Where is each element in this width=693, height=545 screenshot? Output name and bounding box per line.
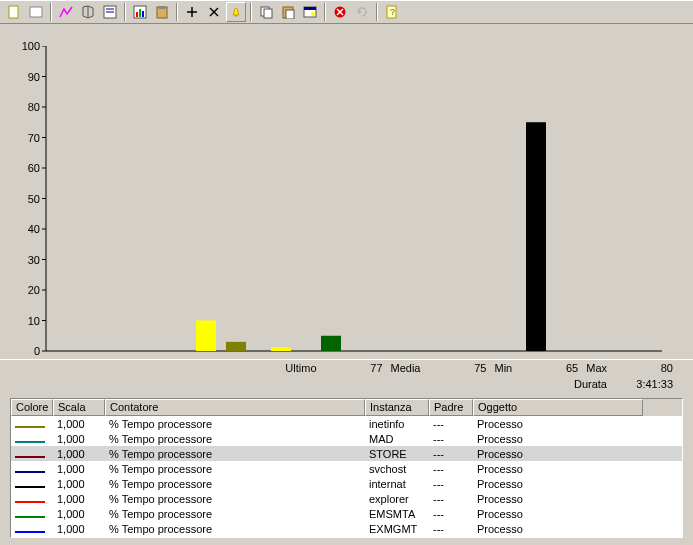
- cell-scala: 1,000: [53, 493, 105, 505]
- durata-row: Durata 3:41:33: [0, 376, 693, 392]
- table-header: Colore Scala Contatore Instanza Padre Og…: [11, 399, 682, 416]
- cell-contatore: % Tempo processore: [105, 448, 365, 460]
- chart: 0102030405060708090100: [0, 24, 693, 360]
- color-swatch: [15, 486, 45, 488]
- cell-contatore: % Tempo processore: [105, 508, 365, 520]
- ytick-label: 40: [18, 223, 40, 235]
- cell-padre: ---: [429, 523, 473, 535]
- table-row[interactable]: 1,000% Tempo processoreexplorer---Proces…: [11, 491, 682, 506]
- svg-rect-0: [9, 6, 18, 18]
- new-counter-btn[interactable]: [4, 2, 24, 22]
- th-contatore[interactable]: Contatore: [105, 399, 365, 416]
- toolbar: ?: [0, 0, 693, 24]
- table-row[interactable]: 1,000% Tempo processoreEMSMTA---Processo: [11, 506, 682, 521]
- cell-padre: ---: [429, 493, 473, 505]
- properties-btn[interactable]: [300, 2, 320, 22]
- table-row[interactable]: 1,000% Tempo processoreSTORE---Processo: [11, 446, 682, 461]
- chart-svg: [22, 46, 667, 362]
- cell-padre: ---: [429, 508, 473, 520]
- ytick-label: 10: [18, 315, 40, 327]
- cell-contatore: % Tempo processore: [105, 433, 365, 445]
- cell-instanza: inetinfo: [365, 418, 429, 430]
- th-scala[interactable]: Scala: [53, 399, 105, 416]
- table-row[interactable]: 1,000% Tempo processoreEXMGMT---Processo: [11, 521, 682, 536]
- color-swatch: [15, 516, 45, 518]
- svg-text:?: ?: [390, 7, 395, 17]
- cell-contatore: % Tempo processore: [105, 493, 365, 505]
- bar: [321, 336, 341, 351]
- svg-rect-8: [139, 9, 141, 17]
- paste-btn[interactable]: [278, 2, 298, 22]
- color-swatch: [15, 456, 45, 458]
- histogram-btn[interactable]: [78, 2, 98, 22]
- cell-instanza: internat: [365, 478, 429, 490]
- table-body[interactable]: 1,000% Tempo processoreinetinfo---Proces…: [11, 416, 682, 537]
- cell-instanza: EXMGMT: [365, 523, 429, 535]
- freeze-btn[interactable]: [330, 2, 350, 22]
- cell-scala: 1,000: [53, 478, 105, 490]
- bar: [226, 342, 246, 351]
- th-instanza[interactable]: Instanza: [365, 399, 429, 416]
- stat-ultimo-label: Ultimo: [285, 362, 316, 374]
- cell-padre: ---: [429, 478, 473, 490]
- cell-instanza: EMSMTA: [365, 508, 429, 520]
- ytick-label: 60: [18, 162, 40, 174]
- durata-label: Durata: [574, 378, 607, 390]
- stat-min-label: Min: [494, 362, 512, 374]
- cell-oggetto: Processo: [473, 523, 643, 535]
- durata-value: 3:41:33: [611, 378, 673, 390]
- th-oggetto[interactable]: Oggetto: [473, 399, 643, 416]
- highlight-btn[interactable]: [226, 2, 246, 22]
- table-row[interactable]: 1,000% Tempo processoreinetinfo---Proces…: [11, 416, 682, 431]
- cell-oggetto: Processo: [473, 493, 643, 505]
- cell-scala: 1,000: [53, 508, 105, 520]
- cell-oggetto: Processo: [473, 448, 643, 460]
- bar: [526, 122, 546, 351]
- svg-marker-27: [358, 9, 362, 14]
- delete-btn[interactable]: [204, 2, 224, 22]
- cell-oggetto: Processo: [473, 418, 643, 430]
- color-swatch: [15, 501, 45, 503]
- cell-contatore: % Tempo processore: [105, 463, 365, 475]
- cell-instanza: STORE: [365, 448, 429, 460]
- cell-oggetto: Processo: [473, 433, 643, 445]
- cell-instanza: explorer: [365, 493, 429, 505]
- clipboard-btn[interactable]: [152, 2, 172, 22]
- table-row[interactable]: 1,000% Tempo processoresvchost---Process…: [11, 461, 682, 476]
- ytick-label: 20: [18, 284, 40, 296]
- svg-rect-18: [264, 9, 272, 18]
- bar: [196, 321, 216, 352]
- th-padre[interactable]: Padre: [429, 399, 473, 416]
- bar: [271, 347, 291, 351]
- stat-max-label: Max: [586, 362, 607, 374]
- cell-oggetto: Processo: [473, 478, 643, 490]
- copy-btn[interactable]: [256, 2, 276, 22]
- svg-rect-20: [286, 10, 294, 19]
- cell-instanza: MAD: [365, 433, 429, 445]
- report-btn[interactable]: [100, 2, 120, 22]
- table-row[interactable]: 1,000% Tempo processoreinternat---Proces…: [11, 476, 682, 491]
- help-btn[interactable]: ?: [382, 2, 402, 22]
- table-row[interactable]: 1,000% Tempo processoreMAD---Processo: [11, 431, 682, 446]
- color-swatch: [15, 531, 45, 533]
- chart-display-btn[interactable]: [130, 2, 150, 22]
- cell-scala: 1,000: [53, 463, 105, 475]
- svg-point-23: [311, 12, 315, 16]
- stat-ultimo-value: 77: [321, 362, 383, 374]
- ytick-label: 70: [18, 132, 40, 144]
- svg-rect-11: [159, 6, 165, 9]
- ytick-label: 100: [18, 40, 40, 52]
- cell-contatore: % Tempo processore: [105, 478, 365, 490]
- cell-padre: ---: [429, 418, 473, 430]
- svg-rect-1: [30, 7, 42, 17]
- counter-table: Colore Scala Contatore Instanza Padre Og…: [10, 398, 683, 538]
- graph-view-btn[interactable]: [56, 2, 76, 22]
- cell-scala: 1,000: [53, 433, 105, 445]
- color-swatch: [15, 426, 45, 428]
- add-btn[interactable]: [182, 2, 202, 22]
- ytick-label: 50: [18, 193, 40, 205]
- new-window-btn[interactable]: [26, 2, 46, 22]
- cell-padre: ---: [429, 448, 473, 460]
- th-colore[interactable]: Colore: [11, 399, 53, 416]
- cell-oggetto: Processo: [473, 463, 643, 475]
